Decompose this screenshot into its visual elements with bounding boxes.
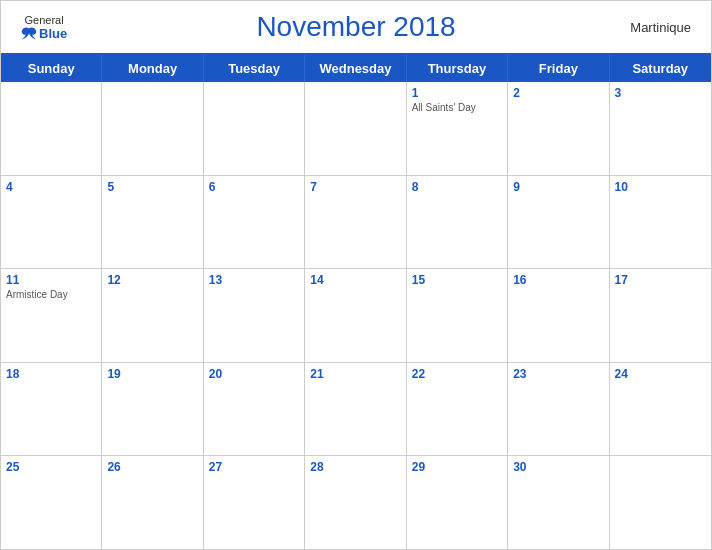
- day-cell: 15: [407, 269, 508, 362]
- holiday-label: Armistice Day: [6, 289, 96, 300]
- day-cell: 27: [204, 456, 305, 549]
- logo-general-text: General: [25, 14, 64, 26]
- week-row-3: 11Armistice Day121314151617: [1, 269, 711, 363]
- day-cell: 1All Saints' Day: [407, 82, 508, 175]
- day-number: 15: [412, 273, 502, 287]
- day-number: 1: [412, 86, 502, 100]
- day-cell: 17: [610, 269, 711, 362]
- day-cell: 28: [305, 456, 406, 549]
- day-cell: 30: [508, 456, 609, 549]
- day-cell: 25: [1, 456, 102, 549]
- day-number: 18: [6, 367, 96, 381]
- day-cell: 14: [305, 269, 406, 362]
- calendar-grid: Sunday Monday Tuesday Wednesday Thursday…: [1, 53, 711, 549]
- day-number: 9: [513, 180, 603, 194]
- day-cell: 20: [204, 363, 305, 456]
- day-number: 10: [615, 180, 706, 194]
- region-label: Martinique: [630, 20, 691, 35]
- calendar-header: General Blue November 2018 Martinique: [1, 1, 711, 53]
- day-cell: 18: [1, 363, 102, 456]
- day-cell: 3: [610, 82, 711, 175]
- day-cell: 4: [1, 176, 102, 269]
- day-cell: 12: [102, 269, 203, 362]
- day-headers-row: Sunday Monday Tuesday Wednesday Thursday…: [1, 55, 711, 82]
- calendar-container: General Blue November 2018 Martinique Su…: [0, 0, 712, 550]
- day-number: 2: [513, 86, 603, 100]
- day-number: 22: [412, 367, 502, 381]
- day-cell: 22: [407, 363, 508, 456]
- day-cell: [102, 82, 203, 175]
- header-friday: Friday: [508, 55, 609, 82]
- day-number: 19: [107, 367, 197, 381]
- day-number: 3: [615, 86, 706, 100]
- day-cell: 8: [407, 176, 508, 269]
- header-wednesday: Wednesday: [305, 55, 406, 82]
- day-cell: 13: [204, 269, 305, 362]
- day-cell: 2: [508, 82, 609, 175]
- week-row-2: 45678910: [1, 176, 711, 270]
- day-number: 11: [6, 273, 96, 287]
- header-tuesday: Tuesday: [204, 55, 305, 82]
- week-row-1: 1All Saints' Day23: [1, 82, 711, 176]
- day-number: 29: [412, 460, 502, 474]
- day-cell: [305, 82, 406, 175]
- day-cell: 9: [508, 176, 609, 269]
- day-number: 14: [310, 273, 400, 287]
- day-number: 13: [209, 273, 299, 287]
- day-cell: [610, 456, 711, 549]
- day-number: 28: [310, 460, 400, 474]
- header-sunday: Sunday: [1, 55, 102, 82]
- day-number: 26: [107, 460, 197, 474]
- day-cell: [204, 82, 305, 175]
- day-cell: 5: [102, 176, 203, 269]
- day-cell: 29: [407, 456, 508, 549]
- day-number: 25: [6, 460, 96, 474]
- logo-bird-icon: [21, 26, 37, 40]
- day-number: 24: [615, 367, 706, 381]
- holiday-label: All Saints' Day: [412, 102, 502, 113]
- month-title: November 2018: [256, 11, 455, 43]
- day-cell: 16: [508, 269, 609, 362]
- day-number: 8: [412, 180, 502, 194]
- day-cell: 19: [102, 363, 203, 456]
- day-cell: 23: [508, 363, 609, 456]
- day-cell: 24: [610, 363, 711, 456]
- week-row-4: 18192021222324: [1, 363, 711, 457]
- day-number: 21: [310, 367, 400, 381]
- day-cell: 21: [305, 363, 406, 456]
- day-number: 30: [513, 460, 603, 474]
- header-thursday: Thursday: [407, 55, 508, 82]
- day-cell: 6: [204, 176, 305, 269]
- day-number: 27: [209, 460, 299, 474]
- day-cell: 26: [102, 456, 203, 549]
- day-number: 12: [107, 273, 197, 287]
- day-cell: 7: [305, 176, 406, 269]
- day-number: 5: [107, 180, 197, 194]
- day-number: 4: [6, 180, 96, 194]
- logo-blue-text: Blue: [21, 26, 67, 41]
- day-number: 20: [209, 367, 299, 381]
- day-number: 17: [615, 273, 706, 287]
- day-number: 6: [209, 180, 299, 194]
- day-cell: 10: [610, 176, 711, 269]
- day-number: 23: [513, 367, 603, 381]
- logo: General Blue: [21, 14, 67, 41]
- week-row-5: 252627282930: [1, 456, 711, 549]
- day-cell: [1, 82, 102, 175]
- day-cell: 11Armistice Day: [1, 269, 102, 362]
- weeks-container: 1All Saints' Day234567891011Armistice Da…: [1, 82, 711, 549]
- day-number: 7: [310, 180, 400, 194]
- header-saturday: Saturday: [610, 55, 711, 82]
- header-monday: Monday: [102, 55, 203, 82]
- day-number: 16: [513, 273, 603, 287]
